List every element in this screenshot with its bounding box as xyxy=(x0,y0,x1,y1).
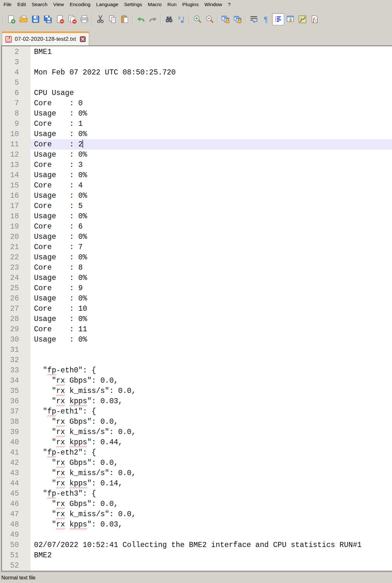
show-all-characters-button[interactable] xyxy=(272,13,284,25)
line-text[interactable] xyxy=(30,561,392,571)
editor-line[interactable]: 15Core : 4 xyxy=(2,180,392,191)
editor-line[interactable]: 12Usage : 0% xyxy=(2,150,392,160)
editor-line[interactable]: 4Mon Feb 07 2022 UTC 08:50:25.720 xyxy=(2,67,392,78)
line-text[interactable]: "rx k_miss/s": 0.0, xyxy=(30,468,392,478)
line-text[interactable] xyxy=(30,355,392,365)
monitoring-button[interactable] xyxy=(284,13,296,25)
line-text[interactable]: "rx kpps": 0.14, xyxy=(30,478,392,489)
menu-item-edit[interactable]: Edit xyxy=(14,1,29,8)
line-text[interactable]: Core : 10 xyxy=(30,304,392,314)
editor-line[interactable]: 30Usage : 0% xyxy=(2,335,392,345)
line-text[interactable]: "fp-eth3": { xyxy=(30,489,392,499)
editor-line[interactable]: 3 xyxy=(2,57,392,67)
copy-button[interactable] xyxy=(107,13,119,25)
line-text[interactable]: Mon Feb 07 2022 UTC 08:50:25.720 xyxy=(30,67,392,78)
editor-line[interactable]: 44 "rx kpps": 0.14, xyxy=(2,478,392,489)
document-map-button[interactable] xyxy=(296,13,309,25)
menu-item-view[interactable]: View xyxy=(50,1,67,8)
editor-line[interactable]: 48 "rx kpps": 0.03, xyxy=(2,519,392,530)
line-text[interactable] xyxy=(30,78,392,88)
save-button[interactable] xyxy=(30,13,42,25)
line-text[interactable]: Core : 3 xyxy=(30,160,392,170)
editor-area[interactable]: 2BME134Mon Feb 07 2022 UTC 08:50:25.7205… xyxy=(1,46,392,571)
editor-line[interactable]: 5002/07/2022 10:52:41 Collecting the BME… xyxy=(2,540,392,550)
line-text[interactable]: "rx kpps": 0.03, xyxy=(30,396,392,406)
line-text[interactable]: BME1 xyxy=(30,47,392,57)
editor-line[interactable]: 51BME2 xyxy=(2,550,392,561)
line-text[interactable]: Core : 5 xyxy=(30,201,392,211)
menu-item-file[interactable]: File xyxy=(1,1,14,8)
line-text[interactable]: Usage : 0% xyxy=(30,232,392,242)
line-text[interactable]: Core : 2 xyxy=(30,139,392,150)
editor-line[interactable]: 35 "rx k_miss/s": 0.0, xyxy=(2,386,392,396)
line-text[interactable]: Core : 7 xyxy=(30,242,392,252)
line-text[interactable]: Usage : 0% xyxy=(30,150,392,160)
editor-line[interactable]: 6CPU Usage xyxy=(2,88,392,98)
function-list-button[interactable]: f{} xyxy=(309,13,321,25)
editor-line[interactable]: 22Usage : 0% xyxy=(2,252,392,263)
line-text[interactable]: Usage : 0% xyxy=(30,109,392,119)
menu-item-language[interactable]: Language xyxy=(93,1,121,8)
line-text[interactable]: Usage : 0% xyxy=(30,314,392,324)
redo-button[interactable] xyxy=(147,13,159,25)
editor-line[interactable]: 43 "rx k_miss/s": 0.0, xyxy=(2,468,392,478)
line-text[interactable]: Usage : 0% xyxy=(30,211,392,222)
editor-line[interactable]: 40 "rx kpps": 0.44, xyxy=(2,437,392,448)
menu-item-encoding[interactable]: Encoding xyxy=(67,1,93,8)
menu-item-plugins[interactable]: Plugins xyxy=(179,1,201,8)
editor-line[interactable]: 8Usage : 0% xyxy=(2,109,392,119)
find-button[interactable] xyxy=(163,13,175,25)
tab-active-document[interactable]: 07-02-2020-128-test2.txt xyxy=(2,31,89,45)
line-text[interactable]: Usage : 0% xyxy=(30,129,392,139)
cut-button[interactable] xyxy=(94,13,107,25)
editor-line[interactable]: 32 xyxy=(2,355,392,365)
word-wrap-button[interactable] xyxy=(248,13,260,25)
line-text[interactable]: Core : 1 xyxy=(30,119,392,129)
editor-line[interactable]: 25Core : 9 xyxy=(2,283,392,293)
new-file-button[interactable] xyxy=(5,13,17,25)
line-text[interactable]: Usage : 0% xyxy=(30,273,392,283)
editor-line[interactable]: 34 "rx Gbps": 0.0, xyxy=(2,376,392,386)
line-text[interactable]: "rx Gbps": 0.0, xyxy=(30,458,392,468)
editor-line[interactable]: 46 "rx Gbps": 0.0, xyxy=(2,499,392,509)
line-text[interactable]: "fp-eth0": { xyxy=(30,365,392,376)
editor-line[interactable]: 42 "rx Gbps": 0.0, xyxy=(2,458,392,468)
close-all-button[interactable] xyxy=(66,13,78,25)
line-text[interactable]: "rx kpps": 0.44, xyxy=(30,437,392,448)
undo-button[interactable] xyxy=(135,13,147,25)
line-text[interactable]: "fp-eth1": { xyxy=(30,406,392,417)
line-text[interactable]: "rx Gbps": 0.0, xyxy=(30,417,392,427)
editor-line[interactable]: 45 "fp-eth3": { xyxy=(2,489,392,499)
editor-line[interactable]: 29Core : 11 xyxy=(2,324,392,335)
replace-button[interactable]: ba xyxy=(175,13,187,25)
line-text[interactable]: Usage : 0% xyxy=(30,191,392,201)
line-text[interactable]: "rx k_miss/s": 0.0, xyxy=(30,427,392,437)
editor-line[interactable]: 16Usage : 0% xyxy=(2,191,392,201)
paste-button[interactable] xyxy=(119,13,131,25)
line-text[interactable]: Core : 8 xyxy=(30,263,392,273)
tab-close-button[interactable] xyxy=(80,36,86,42)
line-text[interactable] xyxy=(30,345,392,355)
line-text[interactable]: "rx k_miss/s": 0.0, xyxy=(30,509,392,519)
editor-line[interactable]: 23Core : 8 xyxy=(2,263,392,273)
print-button[interactable] xyxy=(78,13,90,25)
editor-line[interactable]: 21Core : 7 xyxy=(2,242,392,252)
line-text[interactable]: Usage : 0% xyxy=(30,293,392,304)
editor-line[interactable]: 20Usage : 0% xyxy=(2,232,392,242)
zoom-in-button[interactable] xyxy=(191,13,203,25)
editor-line[interactable]: 31 xyxy=(2,345,392,355)
editor-line[interactable]: 13Core : 3 xyxy=(2,160,392,170)
line-text[interactable] xyxy=(30,57,392,67)
menu-item-window[interactable]: Window xyxy=(201,1,225,8)
line-text[interactable]: CPU Usage xyxy=(30,88,392,98)
line-text[interactable]: "rx kpps": 0.03, xyxy=(30,519,392,530)
editor-line[interactable]: 10Usage : 0% xyxy=(2,129,392,139)
close-file-button[interactable] xyxy=(54,13,66,25)
editor-line[interactable]: 18Usage : 0% xyxy=(2,211,392,222)
menu-item-search[interactable]: Search xyxy=(29,1,50,8)
editor-line[interactable]: 52 xyxy=(2,561,392,571)
editor-line[interactable]: 9Core : 1 xyxy=(2,119,392,129)
menu-item-help[interactable]: ? xyxy=(225,1,234,8)
editor-line[interactable]: 19Core : 6 xyxy=(2,222,392,232)
show-paragraph-button[interactable]: ¶ xyxy=(260,13,272,25)
